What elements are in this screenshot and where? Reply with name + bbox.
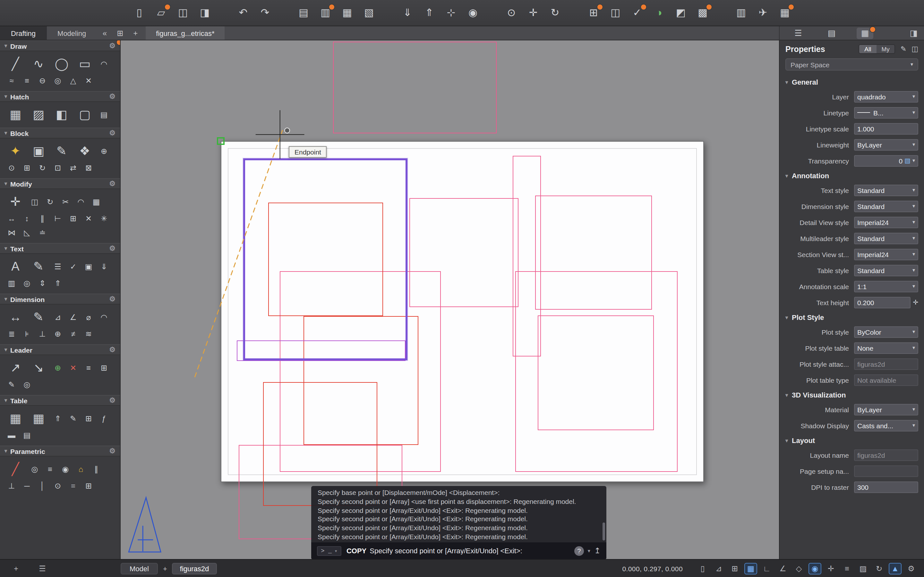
tool-edit-text[interactable]: ✎: [27, 257, 49, 276]
property-value-control[interactable]: 0.200: [854, 297, 910, 308]
tool-add-leader[interactable]: ⊕: [51, 361, 65, 374]
palette-section-header[interactable]: Text: [0, 243, 120, 254]
object-snap-tracking-icon[interactable]: ✛: [825, 562, 837, 574]
tool-export-table[interactable]: ⇑: [51, 412, 65, 425]
annotation-scale-icon[interactable]: ▲: [889, 562, 901, 574]
tool-edit-block[interactable]: ✎: [51, 142, 73, 160]
tool-table-style[interactable]: ▤: [20, 429, 34, 442]
tool-hatch-pattern[interactable]: ▨: [27, 105, 49, 124]
object-snap-icon[interactable]: ◉: [809, 562, 821, 574]
tool-leader-style[interactable]: ✎: [5, 378, 19, 391]
tool-stretch[interactable]: ↔: [5, 212, 19, 225]
tool-multiline[interactable]: ≡: [20, 74, 34, 87]
property-value-control[interactable]: Standard: [854, 184, 918, 196]
tool-save-block[interactable]: ⊡: [51, 161, 65, 174]
tool-merge-cells[interactable]: ▬: [5, 429, 19, 442]
property-value-control[interactable]: figuras2d: [854, 358, 918, 370]
selection-cycling-icon[interactable]: ↻: [873, 562, 885, 574]
xref-icon[interactable]: ▩: [696, 5, 710, 21]
tool-join[interactable]: ⋈: [5, 226, 19, 239]
tool-insert-block[interactable]: ✦: [5, 142, 26, 160]
tool-center-mark[interactable]: ⊕: [51, 327, 65, 340]
tool-rectangle[interactable]: ▭: [74, 55, 95, 73]
export-icon[interactable]: ⇑: [422, 5, 436, 21]
tool-sets-icon[interactable]: ⊞: [586, 5, 601, 21]
tool-scale-text[interactable]: ⇕: [35, 277, 49, 290]
tool-mirror[interactable]: ◫: [27, 195, 42, 208]
tool-replace-block[interactable]: ⇄: [66, 161, 80, 174]
edit-properties-icon[interactable]: ✎: [901, 45, 906, 53]
tool-circle[interactable]: ◯: [51, 55, 73, 73]
properties-group-header[interactable]: Plot Style: [780, 310, 924, 324]
tool-export-pdf[interactable]: ⇑: [51, 277, 65, 290]
property-value-control[interactable]: figuras2d: [854, 449, 918, 461]
geolocation-icon[interactable]: ◉: [466, 5, 480, 21]
tool-hatch[interactable]: ▦: [5, 105, 26, 124]
zoom-icon[interactable]: ⊙: [504, 5, 519, 21]
pin-panel-icon[interactable]: ◫: [911, 45, 918, 53]
plot-icon[interactable]: ▤: [296, 5, 310, 21]
tool-table-from-data[interactable]: ▦: [27, 409, 49, 428]
snap-mode-icon[interactable]: ⊞: [728, 562, 741, 574]
tab-modeling[interactable]: Modeling: [47, 26, 97, 40]
tool-dimension-continue[interactable]: ⊧: [20, 327, 34, 340]
grid-display-icon[interactable]: ▦: [744, 562, 757, 574]
property-value-control[interactable]: ByColor: [854, 326, 918, 338]
tool-find-text[interactable]: ◎: [20, 277, 34, 290]
tool-attach-xref[interactable]: ⊕: [97, 145, 111, 157]
command-input-row[interactable]: > _ COPY Specify second point or [Array/…: [311, 542, 606, 559]
properties-group-header[interactable]: General: [780, 75, 924, 89]
property-value-control[interactable]: 1.000: [854, 123, 918, 134]
tool-align[interactable]: ≐: [35, 226, 49, 239]
page-setup-icon[interactable]: ▦: [340, 5, 354, 21]
palette-section-header[interactable]: Dimension: [0, 293, 120, 305]
palette-menu-icon[interactable]: ☰: [36, 562, 49, 574]
tool-align-leaders[interactable]: ≡: [81, 361, 95, 374]
property-value-control[interactable]: 1:1: [854, 280, 918, 292]
drawing-rectangle[interactable]: [333, 42, 497, 133]
paper-space-icon[interactable]: ▯: [696, 562, 709, 574]
pan-icon[interactable]: ✛: [526, 5, 540, 21]
layer-translator-icon[interactable]: ◫: [608, 5, 622, 21]
property-value-control[interactable]: None: [854, 342, 918, 354]
property-value-control[interactable]: Standard: [854, 264, 918, 276]
design-center-icon[interactable]: ◑: [652, 5, 666, 21]
filter-my-button[interactable]: My: [876, 45, 895, 53]
layout-tab-figuras2d[interactable]: figuras2d: [172, 562, 217, 574]
properties-palette-tab[interactable]: ▦: [857, 27, 873, 39]
palette-section-header[interactable]: Modify: [0, 178, 120, 189]
drawing-canvas[interactable]: Endpoint: [121, 40, 779, 559]
layout-manager-icon[interactable]: ▦: [778, 5, 792, 21]
tool-formula[interactable]: ƒ: [97, 412, 111, 425]
lineweight-icon[interactable]: ≡: [841, 562, 853, 574]
tool-polygon[interactable]: △: [66, 74, 80, 87]
tool-polyline[interactable]: ∿: [27, 55, 49, 73]
tool-parallel[interactable]: ∥: [89, 463, 103, 475]
property-value-control[interactable]: Casts and...: [854, 420, 918, 431]
property-value-control[interactable]: quadrado: [854, 91, 918, 102]
tool-dimension-style[interactable]: ✎: [27, 308, 49, 326]
command-scrollbar[interactable]: [603, 522, 605, 540]
filter-all-button[interactable]: All: [859, 45, 876, 53]
gear-icon[interactable]: [109, 447, 115, 455]
tool-trim[interactable]: ✂: [58, 195, 73, 208]
tool-table[interactable]: ▦: [5, 409, 26, 428]
infer-constraints-icon[interactable]: ⊿: [712, 562, 725, 574]
tool-collect-leaders[interactable]: ⊞: [97, 361, 111, 374]
ortho-mode-icon[interactable]: ∟: [760, 562, 773, 574]
tool-tangent[interactable]: ⊙: [51, 480, 65, 492]
tool-spline[interactable]: ≈: [5, 74, 19, 87]
gear-icon[interactable]: [109, 129, 115, 137]
tool-import-pdf[interactable]: ⇓: [97, 260, 111, 273]
tool-dimension-arc[interactable]: ◠: [97, 311, 111, 324]
tool-multileader[interactable]: ↗: [5, 358, 26, 377]
tool-gradient[interactable]: ◧: [51, 105, 73, 124]
tool-block-sync[interactable]: ↻: [35, 161, 49, 174]
tool-offset[interactable]: ∥: [35, 212, 49, 225]
tool-explode[interactable]: ✳: [97, 212, 111, 225]
palette-section-header[interactable]: Draw: [0, 40, 120, 51]
gear-icon[interactable]: [109, 42, 115, 50]
gear-icon[interactable]: [109, 92, 115, 101]
tool-edit-multileader[interactable]: ↘: [27, 358, 49, 377]
tool-export-block[interactable]: ⊠: [81, 161, 95, 174]
